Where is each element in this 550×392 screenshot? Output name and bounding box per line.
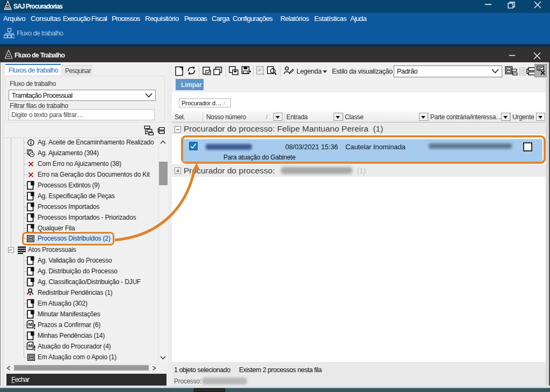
svg-text:M: M xyxy=(28,322,32,327)
svg-text:M: M xyxy=(28,343,32,349)
svg-text:P: P xyxy=(258,68,262,73)
